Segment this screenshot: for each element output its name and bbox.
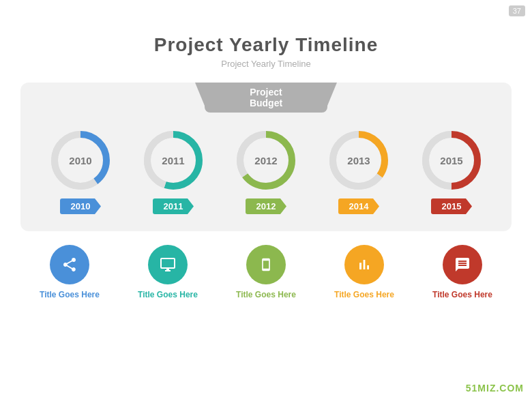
page-number: 37	[509, 5, 525, 16]
item-title: Title Goes Here	[40, 290, 100, 301]
chart-icon[interactable]	[344, 245, 384, 284]
page-title: Project Yearly Timeline	[0, 34, 532, 56]
header: Project Yearly Timeline Project Yearly T…	[0, 0, 532, 69]
chat-icon[interactable]	[443, 245, 482, 284]
mobile-icon[interactable]	[246, 245, 286, 284]
item-card: Title Goes Here	[425, 245, 500, 301]
item-title: Title Goes Here	[236, 290, 296, 301]
year-tag: 2015	[431, 198, 472, 214]
chart-item: 20102010	[46, 126, 115, 214]
item-card: Title Goes Here	[327, 245, 402, 301]
donut-wrapper: 2010	[46, 126, 115, 194]
item-title: Title Goes Here	[432, 290, 492, 301]
donut-year-label: 2013	[347, 155, 370, 166]
donut-wrapper: 2011	[139, 126, 207, 194]
chart-item: 20112011	[139, 126, 207, 214]
year-tag: 2011	[153, 198, 194, 214]
year-tag: 2014	[338, 198, 379, 214]
item-title: Title Goes Here	[334, 290, 394, 301]
chart-item: 20122012	[232, 126, 300, 214]
year-tag: 2010	[60, 198, 101, 214]
donut-wrapper: 2012	[232, 126, 300, 194]
chart-item: 20152015	[417, 126, 486, 214]
item-title: Title Goes Here	[138, 290, 198, 301]
item-card: Title Goes Here	[32, 245, 107, 301]
donut-year-label: 2010	[69, 155, 91, 166]
donut-wrapper: 2015	[417, 126, 486, 194]
donut-year-label: 2015	[440, 155, 462, 166]
budget-banner: Project Budget	[205, 83, 327, 113]
chart-item: 20132014	[325, 126, 393, 214]
timeline-container: Project Budget 2010201020112011201220122…	[20, 83, 512, 231]
charts-row: 2010201020112011201220122013201420152015	[34, 119, 498, 218]
donut-year-label: 2012	[254, 155, 277, 166]
item-card: Title Goes Here	[130, 245, 205, 301]
donut-year-label: 2011	[162, 155, 184, 166]
monitor-icon[interactable]	[148, 245, 188, 284]
year-tag: 2012	[246, 198, 286, 214]
items-row: Title Goes HereTitle Goes HereTitle Goes…	[0, 231, 532, 301]
donut-wrapper: 2013	[325, 126, 393, 194]
page-subtitle: Project Yearly Timeline	[0, 59, 532, 69]
watermark: 51MIZ.COM	[466, 383, 524, 394]
item-card: Title Goes Here	[228, 245, 304, 301]
share-icon[interactable]	[50, 245, 89, 284]
